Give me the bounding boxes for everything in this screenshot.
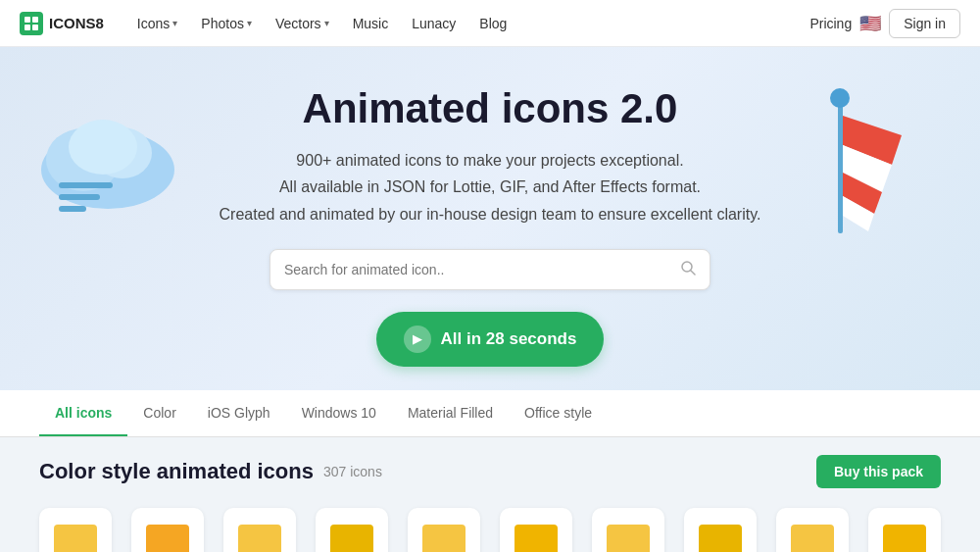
tab-material-filled[interactable]: Material Filled (392, 391, 509, 436)
icon-preview-2 (146, 525, 189, 552)
svg-rect-2 (24, 25, 30, 30)
svg-point-7 (69, 120, 137, 175)
icon-card-8[interactable] (684, 508, 757, 552)
logo-text: ICONS8 (49, 15, 104, 31)
icon-preview-9 (791, 525, 834, 552)
svg-rect-9 (59, 194, 100, 200)
logo-icon (20, 12, 43, 35)
icon-preview-5 (422, 525, 466, 552)
icon-card-1[interactable] (39, 508, 112, 552)
nav-photos[interactable]: Photos ▾ (191, 10, 262, 37)
cta-button[interactable]: ▶ All in 28 seconds (376, 312, 605, 367)
icon-preview-1 (54, 525, 97, 552)
svg-rect-0 (24, 17, 30, 23)
icon-preview-4 (330, 525, 373, 552)
icons-preview (0, 498, 980, 552)
navbar: ICONS8 Icons ▾ Photos ▾ Vectors ▾ Music … (0, 0, 980, 47)
icon-preview-7 (607, 525, 650, 552)
search-icon (680, 260, 696, 279)
nav-links: Icons ▾ Photos ▾ Vectors ▾ Music Lunacy … (127, 10, 810, 37)
chevron-down-icon: ▾ (172, 18, 177, 28)
svg-rect-3 (32, 25, 38, 30)
nav-lunacy[interactable]: Lunacy (402, 10, 466, 37)
tab-office-style[interactable]: Office style (509, 391, 608, 436)
hero-section: Animated icons 2.0 900+ animated icons t… (0, 47, 980, 390)
logo[interactable]: ICONS8 (20, 12, 104, 35)
search-input[interactable] (284, 262, 680, 277)
section-title: Color style animated icons 307 icons (39, 459, 382, 484)
svg-rect-8 (59, 182, 113, 188)
icon-card-3[interactable] (223, 508, 296, 552)
icon-card-9[interactable] (776, 508, 849, 552)
svg-rect-1 (32, 17, 38, 23)
tab-windows10[interactable]: Windows 10 (286, 391, 392, 436)
icon-preview-3 (238, 525, 281, 552)
icon-preview-10 (883, 525, 926, 552)
icon-preview-8 (699, 525, 742, 552)
nav-blog[interactable]: Blog (469, 10, 516, 37)
icon-card-2[interactable] (131, 508, 204, 552)
icon-card-10[interactable] (868, 508, 941, 552)
tab-color[interactable]: Color (127, 391, 191, 436)
nav-right: Pricing 🇺🇸 Sign in (809, 9, 960, 38)
chevron-down-icon: ▾ (247, 18, 252, 28)
search-bar (270, 249, 710, 290)
tab-all-icons[interactable]: All icons (39, 391, 127, 436)
play-icon: ▶ (404, 326, 431, 353)
chevron-down-icon: ▾ (324, 18, 329, 28)
svg-line-18 (691, 271, 695, 275)
sign-in-button[interactable]: Sign in (889, 9, 960, 38)
tabs-bar: All icons Color iOS Glyph Windows 10 Mat… (0, 390, 980, 437)
tab-ios-glyph[interactable]: iOS Glyph (192, 391, 286, 436)
flag-icon[interactable]: 🇺🇸 (859, 13, 881, 34)
section-header: Color style animated icons 307 icons Buy… (0, 437, 980, 498)
icon-preview-6 (514, 525, 558, 552)
icon-card-6[interactable] (500, 508, 572, 552)
svg-rect-10 (59, 206, 86, 212)
icon-card-4[interactable] (316, 508, 388, 552)
nav-music[interactable]: Music (343, 10, 399, 37)
icon-card-7[interactable] (592, 508, 664, 552)
nav-vectors[interactable]: Vectors ▾ (266, 10, 339, 37)
svg-rect-11 (838, 96, 843, 233)
nav-pricing[interactable]: Pricing (809, 16, 852, 31)
buy-pack-button[interactable]: Buy this pack (816, 455, 941, 488)
section-count: 307 icons (323, 464, 382, 479)
nav-icons[interactable]: Icons ▾ (127, 10, 187, 37)
cloud-illustration (29, 106, 186, 218)
cta-label: All in 28 seconds (441, 329, 577, 349)
svg-point-12 (830, 88, 850, 108)
icon-card-5[interactable] (408, 508, 480, 552)
windsock-illustration (784, 86, 921, 267)
